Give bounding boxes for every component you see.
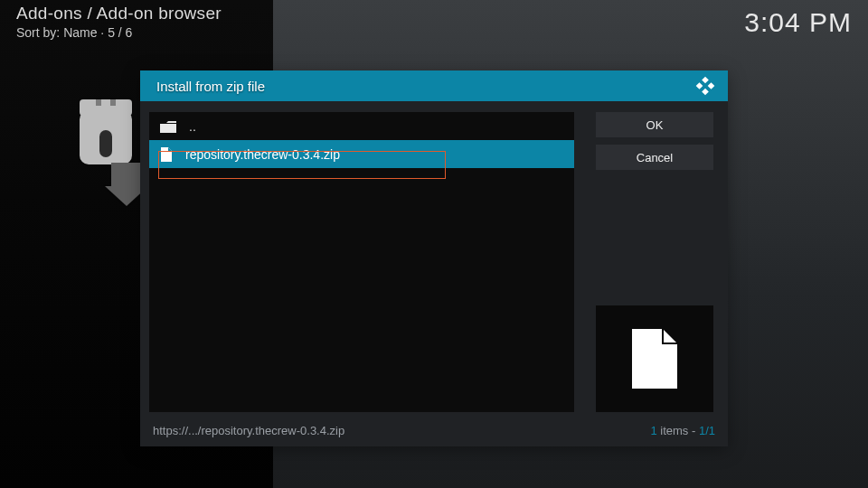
dialog-title: Install from zip file [156,79,693,94]
dialog-right-column: OK Cancel [596,112,715,412]
svg-rect-3 [96,99,101,106]
footer-items-word: items - [657,424,699,437]
kodi-logo-icon [693,74,717,98]
footer-path: https://.../repository.thecrew-0.3.4.zip [153,424,650,437]
file-row-label: .. [189,119,196,134]
dialog-footer: https://.../repository.thecrew-0.3.4.zip… [140,421,728,446]
file-row-zip[interactable]: repository.thecrew-0.3.4.zip [149,140,574,168]
file-list: .. repository.thecrew-0.3.4.zip [149,112,574,412]
folder-up-icon [160,120,176,133]
document-icon [630,329,679,389]
ok-button[interactable]: OK [596,112,713,137]
file-preview [596,305,713,412]
footer-count-current: 1 [650,424,656,437]
footer-count-pos: 1/1 [699,424,715,437]
svg-rect-4 [110,99,116,106]
clock: 3:04 PM [744,7,852,38]
svg-rect-5 [111,163,142,186]
svg-rect-7 [702,77,709,84]
breadcrumb: Add-ons / Add-on browser [16,4,852,23]
cancel-button[interactable]: Cancel [596,145,713,170]
svg-rect-2 [99,130,112,157]
svg-rect-8 [696,82,703,89]
dialog-header: Install from zip file [140,70,728,101]
file-icon [160,147,173,162]
topbar: Add-ons / Add-on browser Sort by: Name ·… [16,4,852,40]
svg-rect-10 [702,89,709,96]
sort-indicator: Sort by: Name · 5 / 6 [16,25,852,40]
footer-counts: 1 items - 1/1 [650,424,715,437]
dialog-body: .. repository.thecrew-0.3.4.zip OK Cance… [140,101,728,421]
file-row-label: repository.thecrew-0.3.4.zip [185,147,340,162]
file-row-parent[interactable]: .. [149,112,574,140]
install-from-zip-dialog: Install from zip file .. [140,70,728,446]
svg-rect-9 [708,82,715,89]
